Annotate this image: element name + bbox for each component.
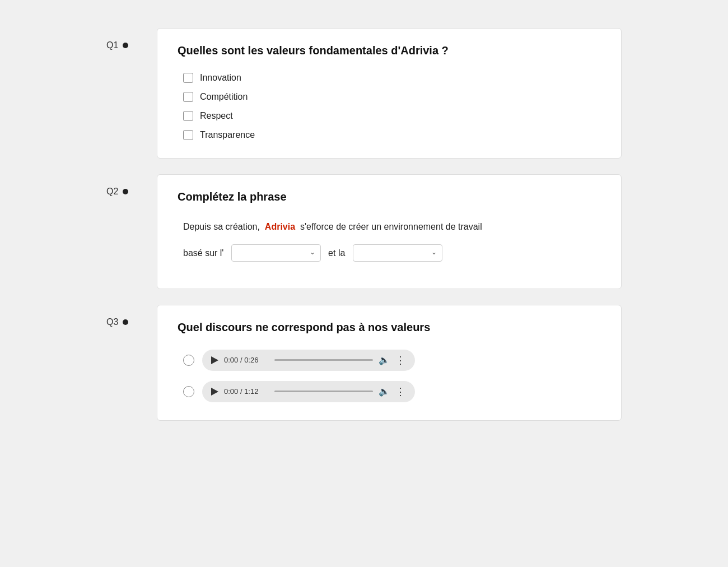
q3-volume-icon-1[interactable]: 🔈 (379, 355, 390, 365)
q3-audio-player-2: 0:00 / 1:12 🔈 ⋮ (202, 381, 415, 402)
q3-volume-icon-2[interactable]: 🔈 (379, 386, 390, 397)
q1-checkbox-1[interactable] (183, 73, 193, 83)
q3-card: Quel discours ne correspond pas à nos va… (157, 305, 622, 421)
q3-label: Q3 (106, 305, 157, 327)
q3-more-icon-2[interactable]: ⋮ (395, 385, 406, 398)
q1-checkbox-3[interactable] (183, 111, 193, 121)
q2-sentence-line2: basé sur l' Innovation Respect Transpare… (183, 244, 601, 262)
q1-bullet (123, 43, 128, 48)
q3-audio-time-1: 0:00 / 0:26 (224, 356, 269, 364)
q2-sentence-line1: Depuis sa création, Adrivia s'efforce de… (183, 219, 601, 235)
q1-option-2[interactable]: Compétition (183, 92, 601, 102)
q2-card: Complétez la phrase Depuis sa création, … (157, 174, 622, 289)
q2-label-text: Q2 (106, 187, 118, 197)
q2-dropdown1-wrapper: Innovation Respect Transparence ⌄ (231, 244, 321, 262)
q1-option-3[interactable]: Respect (183, 111, 601, 121)
q3-audio-item-1: 0:00 / 0:26 🔈 ⋮ (183, 350, 601, 371)
q3-more-icon-1[interactable]: ⋮ (395, 354, 406, 366)
q3-audio-progress-1[interactable] (274, 359, 373, 361)
question-3-row: Q3 Quel discours ne correspond pas à nos… (106, 305, 622, 421)
q1-option-4-label: Transparence (200, 130, 255, 140)
question-1-row: Q1 Quelles sont les valeurs fondamentale… (106, 28, 622, 159)
question-2-row: Q2 Complétez la phrase Depuis sa créatio… (106, 174, 622, 289)
q1-checkbox-4[interactable] (183, 130, 193, 140)
q1-option-1[interactable]: Innovation (183, 73, 601, 83)
q1-label: Q1 (106, 28, 157, 50)
q3-audio-progress-2[interactable] (274, 391, 373, 392)
page-container: Q1 Quelles sont les valeurs fondamentale… (84, 17, 644, 448)
q1-label-text: Q1 (106, 40, 118, 50)
q2-dropdown2[interactable]: Innovation Respect Transparence (353, 244, 442, 262)
q2-title: Complétez la phrase (178, 190, 601, 203)
q2-part2-prefix: basé sur l' (183, 248, 223, 258)
q3-play-button-2[interactable] (211, 388, 218, 396)
q2-part2-middle: et la (328, 248, 345, 258)
q2-middle: s'efforce de créer un environnement de t… (300, 222, 482, 231)
q3-radio-1[interactable] (183, 355, 194, 366)
q1-option-2-label: Compétition (200, 92, 248, 102)
q1-checkbox-2[interactable] (183, 92, 193, 102)
q3-audio-time-2: 0:00 / 1:12 (224, 387, 269, 396)
q1-card: Quelles sont les valeurs fondamentales d… (157, 28, 622, 159)
q2-sentence: Depuis sa création, Adrivia s'efforce de… (178, 219, 601, 262)
q3-audio-player-1: 0:00 / 0:26 🔈 ⋮ (202, 350, 415, 371)
q3-bullet (123, 319, 128, 325)
q3-audio-item-2: 0:00 / 1:12 🔈 ⋮ (183, 381, 601, 402)
q1-option-3-label: Respect (200, 111, 233, 121)
q2-prefix: Depuis sa création, (183, 222, 260, 231)
q3-audio-list: 0:00 / 0:26 🔈 ⋮ 0:00 / 1:12 (178, 350, 601, 402)
q2-bullet (123, 189, 128, 194)
q3-radio-2[interactable] (183, 386, 194, 397)
q2-dropdown2-wrapper: Innovation Respect Transparence ⌄ (353, 244, 442, 262)
q1-option-4[interactable]: Transparence (183, 130, 601, 140)
q3-title: Quel discours ne correspond pas à nos va… (178, 321, 601, 334)
q1-option-1-label: Innovation (200, 73, 241, 83)
q2-brand: Adrivia (265, 222, 295, 231)
q3-play-button-1[interactable] (211, 356, 218, 364)
q1-checkbox-list: Innovation Compétition Respect Transpare… (178, 73, 601, 140)
q2-dropdown1[interactable]: Innovation Respect Transparence (231, 244, 321, 262)
q2-label: Q2 (106, 174, 157, 197)
q3-label-text: Q3 (106, 317, 118, 327)
q1-title: Quelles sont les valeurs fondamentales d… (178, 44, 601, 57)
